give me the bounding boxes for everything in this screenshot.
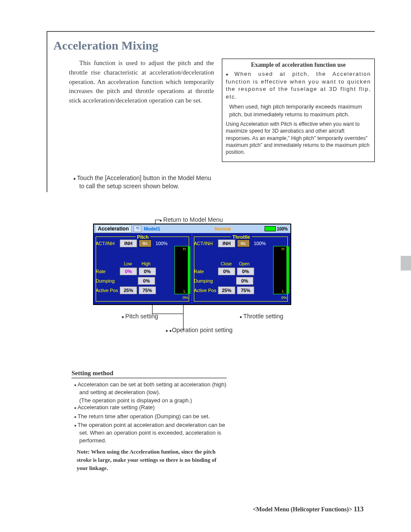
example-p3: Using Acceleration with Pitch is effecti… — [226, 121, 371, 156]
setting-item: Acceleration can be set at both setting … — [72, 381, 227, 396]
zero-label: 0% — [281, 296, 287, 300]
intro-paragraph: This function is used to adjust the pitc… — [69, 59, 214, 162]
rate-label: Rate — [194, 269, 218, 274]
activepos-label: Active Pos — [194, 288, 218, 293]
acceleration-screen: Acceleration ⟲ Model1 Normal 100% Pitch … — [93, 224, 291, 305]
dumping-label: Dumping — [194, 278, 218, 283]
rate-label: Rate — [96, 269, 120, 274]
page-title: Acceleration Mixing — [53, 39, 375, 53]
rate-open-button[interactable]: 0% — [237, 268, 254, 275]
model-name: Model1 — [144, 226, 160, 231]
setting-item: Acceleration rate setting (Rate) — [72, 404, 227, 411]
activepos-low-button[interactable]: 25% — [218, 286, 235, 294]
return-label: Return to Model Menu — [159, 216, 223, 223]
callout-line — [155, 220, 160, 220]
battery-icon — [265, 226, 276, 231]
setting-item-sub: (The operation point is displayed on a g… — [72, 397, 227, 404]
return-icon[interactable]: ⟲ — [134, 225, 141, 232]
battery-percent: 100% — [277, 227, 288, 231]
setting-item: The return time after operation (Dumping… — [72, 413, 227, 420]
setting-method-section: Setting method Acceleration can be set a… — [72, 370, 227, 473]
throttle-pane: Throttle ACT/INH INH Gr. 100% Close Open… — [192, 233, 290, 303]
example-p1: When used at pitch, the Acceleration fun… — [226, 70, 371, 100]
setting-method-title: Setting method — [72, 370, 227, 378]
example-p2: When used, high pitch temporarily exceed… — [226, 103, 371, 118]
page-number: 113 — [354, 505, 364, 513]
battery-indicator: 100% — [265, 226, 288, 231]
flight-mode: Normal — [215, 226, 231, 231]
throttle-setting-label: Throttle setting — [240, 313, 283, 320]
page-footer: <Model Menu (Helicopter Functions)> 113 — [253, 505, 364, 513]
operation-point-label: ●Operation point setting — [165, 327, 233, 333]
group-button[interactable]: Gr. — [139, 240, 152, 247]
activepos-high-button[interactable]: 75% — [139, 286, 156, 294]
group-button[interactable]: Gr. — [237, 240, 250, 247]
pitch-pane: Pitch ACT/INH INH Gr. 100% Low High Rate… — [94, 233, 192, 303]
setting-note: Note: When using the Acceleration funtio… — [72, 448, 227, 473]
example-box: Example of acceleration function use Whe… — [222, 59, 375, 162]
rate-high-button[interactable]: 0% — [139, 268, 156, 275]
dumping-label: Dumping — [96, 278, 120, 283]
activepos-low-button[interactable]: 25% — [120, 286, 137, 294]
example-title: Example of acceleration function use — [226, 62, 371, 68]
act-inh-label: ACT/INH — [96, 241, 120, 246]
dumping-button[interactable]: 0% — [138, 277, 155, 285]
inh-button[interactable]: INH — [120, 240, 137, 247]
page-side-tab — [401, 256, 411, 271]
act-inh-label: ACT/INH — [194, 241, 218, 246]
screen-header: Acceleration ⟲ Model1 Normal 100% — [94, 224, 290, 233]
rate-low-button[interactable]: 0% — [120, 268, 137, 275]
pitch-setting-label: Pitch setting — [121, 313, 158, 320]
activepos-label: Active Pos — [96, 288, 120, 293]
activepos-high-button[interactable]: 75% — [237, 286, 254, 294]
rate-close-button[interactable]: 0% — [218, 268, 235, 275]
footer-section: <Model Menu (Helicopter Functions)> — [253, 506, 352, 513]
dumping-button[interactable]: 0% — [236, 277, 253, 285]
pitch-100: 100% — [153, 241, 170, 246]
instruction-text: Touch the [Acceleration] button in the M… — [73, 174, 217, 190]
page-content: Acceleration Mixing This function is use… — [47, 31, 375, 192]
zero-label: 0% — [183, 296, 188, 300]
throttle-100: 100% — [252, 241, 268, 246]
setting-item: The operation point at acceleration and … — [72, 421, 227, 445]
screen-title-tab[interactable]: Acceleration — [95, 224, 132, 233]
inh-button[interactable]: INH — [218, 240, 235, 247]
callout-line — [183, 304, 184, 330]
